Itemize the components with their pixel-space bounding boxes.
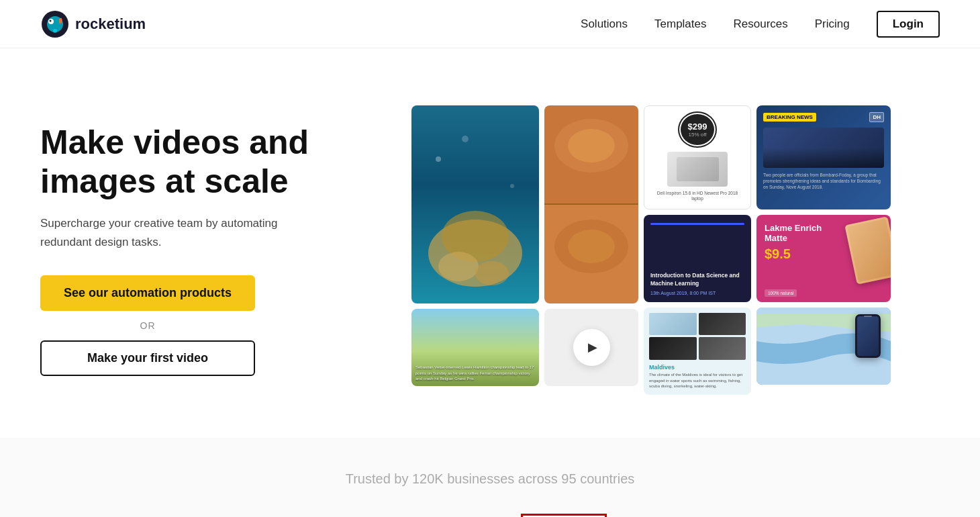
grass-tile: Sebastian Vettel-Interned Lewis Hamilton…: [411, 309, 539, 386]
grass-text-overlay: Sebastian Vettel-Interned Lewis Hamilton…: [415, 365, 535, 381]
svg-point-10: [510, 184, 514, 188]
hero-title: Make videos and images at scale: [40, 124, 336, 201]
price-discount: 15% off: [689, 132, 707, 138]
play-button-circle[interactable]: ▶: [573, 329, 610, 366]
hero-left: Make videos and images at scale Supercha…: [40, 124, 362, 375]
svg-point-15: [568, 129, 615, 162]
trusted-text: Trusted by 120K businesses across 95 cou…: [40, 471, 940, 487]
ocean-svg: [411, 105, 539, 303]
svg-point-17: [568, 230, 615, 263]
news-body-text: Two people are officials from Bombard-Fo…: [763, 172, 884, 190]
svg-point-7: [438, 252, 479, 281]
map-tile: [756, 308, 891, 385]
maldives-tile: Maldives The climate of the Maldives is …: [644, 308, 751, 395]
svg-point-8: [475, 261, 509, 285]
mosaic-col4: BREAKING NEWS DH Two people are official…: [756, 105, 891, 385]
data-progress-bar: [650, 223, 744, 225]
data-science-date: 13th August 2019, 8:00 PM IST: [650, 291, 744, 295]
navbar: rocketium Solutions Templates Resources …: [0, 0, 980, 48]
maldives-cell-1: [649, 313, 697, 336]
svg-point-9: [436, 156, 441, 162]
make-first-video-button[interactable]: Make your first video: [40, 340, 255, 376]
brand-logos: amazon Canon ESPN inMOBI: [40, 514, 940, 517]
hero-section: Make videos and images at scale Supercha…: [0, 48, 980, 438]
maldives-cell-2: [699, 313, 746, 336]
bread-tile: [544, 105, 638, 303]
price-amount: $299: [688, 122, 707, 132]
laptop-description: Dell Inspiron 15.6 in HD Newest Pro 2018…: [651, 191, 744, 202]
svg-point-11: [462, 136, 469, 142]
map-phone: [855, 314, 881, 358]
nav-templates[interactable]: Templates: [654, 17, 706, 31]
nav-links: Solutions Templates Resources Pricing Lo…: [581, 11, 940, 38]
logo[interactable]: rocketium: [40, 9, 146, 39]
data-science-tile: Introduction to Data Science and Machine…: [644, 215, 751, 302]
mosaic-col1: Sebastian Vettel-Interned Lewis Hamilton…: [411, 105, 539, 386]
mosaic-col3: $299 15% off Dell Inspiron 15.6 in HD Ne…: [644, 105, 751, 395]
lakme-natural-badge: 100% natural: [765, 289, 797, 297]
trusted-section: Trusted by 120K businesses across 95 cou…: [0, 438, 980, 517]
nav-pricing[interactable]: Pricing: [815, 17, 850, 31]
dh-logo: DH: [869, 112, 884, 122]
lakme-product-visual: [844, 216, 891, 285]
maldives-description: The climate of the Maldives is ideal for…: [649, 372, 746, 389]
bread-svg: [544, 105, 638, 303]
price-badge: $299 15% off: [679, 113, 716, 147]
or-divider: OR: [40, 320, 255, 331]
svg-point-3: [50, 19, 52, 21]
mosaic-col2: ▶: [544, 105, 638, 386]
hero-media-mosaic: Sebastian Vettel-Interned Lewis Hamilton…: [362, 99, 940, 402]
data-science-title: Introduction to Data Science and Machine…: [650, 272, 744, 288]
circle-play-tile: ▶: [544, 309, 638, 386]
laptop-tile: $299 15% off Dell Inspiron 15.6 in HD Ne…: [644, 105, 751, 209]
lakme-title: Lakme Enrich Matte: [765, 223, 832, 244]
maldives-cell-4: [699, 337, 746, 360]
breaking-news-tile: BREAKING NEWS DH Two people are official…: [756, 105, 891, 209]
news-image-placeholder: [763, 128, 884, 168]
espn-logo: ESPN: [521, 514, 607, 517]
rocketium-logo-icon: [40, 9, 70, 39]
maldives-cell-3: [649, 337, 697, 360]
nav-solutions[interactable]: Solutions: [581, 17, 628, 31]
breaking-news-badge: BREAKING NEWS: [763, 113, 816, 122]
maldives-grid: [649, 313, 746, 361]
news-header-row: BREAKING NEWS DH: [763, 112, 884, 122]
laptop-image-placeholder: [667, 152, 728, 186]
svg-point-4: [53, 29, 57, 33]
maldives-title: Maldives: [649, 364, 746, 371]
ocean-tile: [411, 105, 539, 303]
hero-subtitle: Supercharge your creative team by automa…: [40, 214, 322, 250]
lakme-tile: Lakme Enrich Matte $9.5 100% natural: [756, 215, 891, 302]
logo-text: rocketium: [75, 15, 146, 33]
see-automation-button[interactable]: See our automation products: [40, 275, 255, 311]
nav-resources[interactable]: Resources: [734, 17, 788, 31]
login-button[interactable]: Login: [877, 11, 940, 38]
